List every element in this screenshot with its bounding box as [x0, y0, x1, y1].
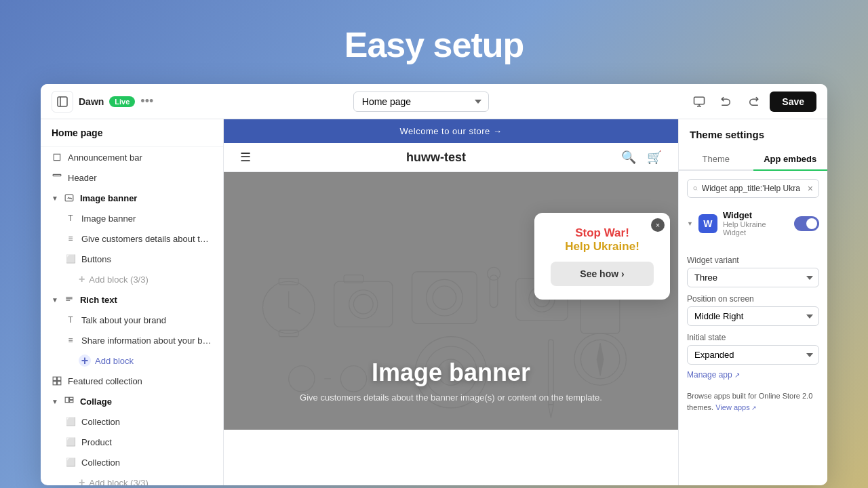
svg-line-21 [289, 308, 300, 314]
sidebar-item-announcement[interactable]: Announcement bar [41, 147, 223, 167]
banner-title: Image banner [300, 359, 602, 387]
svg-rect-11 [58, 377, 61, 380]
cart-nav-icon[interactable]: 🛒 [647, 150, 662, 165]
svg-marker-41 [549, 405, 554, 418]
widget-close-button[interactable]: × [651, 218, 665, 232]
banner-area: Image banner Give customers details abou… [224, 172, 678, 430]
app-window: Dawn Live ••• Home page About Contact [41, 84, 827, 485]
widget-toggle[interactable] [794, 216, 819, 231]
svg-rect-5 [53, 174, 61, 176]
sidebar-label: Collection [81, 417, 120, 427]
add-block-collage[interactable]: + Add block (3/3) [41, 472, 223, 485]
widget-expand-icon[interactable]: ▼ [687, 220, 693, 227]
add-block-rich-text[interactable]: + Add block [41, 350, 223, 371]
svg-rect-0 [58, 97, 67, 106]
sidebar-label: Give customers details about t… [81, 234, 209, 244]
more-options-button[interactable]: ••• [140, 94, 153, 108]
save-button[interactable]: Save [770, 92, 816, 112]
collage-item-icon: ⬜ [65, 457, 76, 468]
page-selector[interactable]: Home page About Contact [353, 92, 489, 112]
store-back-icon[interactable] [52, 91, 73, 113]
redo-button[interactable] [743, 91, 764, 113]
add-block-label: Add block [95, 356, 134, 366]
widget-popup: × Stop War! Help Ukraine! See how › [534, 213, 670, 300]
add-block-label: Add block (3/3) [89, 478, 148, 486]
sidebar-item-image-banner-block[interactable]: T Image banner [41, 208, 223, 228]
top-bar-right: Save [688, 91, 816, 113]
sidebar-item-product[interactable]: ⬜ Product [41, 432, 223, 452]
browse-text: Browse apps built for Online Store 2.0 t… [679, 385, 827, 418]
announcement-icon [52, 152, 62, 163]
add-block-image-banner[interactable]: + Add block (3/3) [41, 269, 223, 289]
widget-info: Widget Help Ukraine Widget [723, 210, 789, 237]
plus-icon: + [79, 354, 91, 367]
image-banner-icon [64, 192, 75, 203]
banner-text-overlay: Image banner Give customers details abou… [300, 359, 602, 403]
top-bar-center: Home page About Contact [161, 92, 680, 112]
sidebar-item-collection-2[interactable]: ⬜ Collection [41, 452, 223, 472]
desktop-view-button[interactable] [688, 91, 710, 113]
collapse-arrow-icon: ▼ [52, 398, 58, 405]
nav-store-name: huww-test [251, 150, 621, 165]
svg-rect-16 [69, 401, 73, 403]
position-on-screen-select[interactable]: Top LeftTop RightMiddle LeftMiddle Right… [687, 306, 819, 326]
sidebar-label: Announcement bar [68, 152, 142, 163]
store-nav: ☰ huww-test 🔍 🛒 [224, 143, 678, 172]
sidebar-label: Header [68, 173, 97, 183]
widget-see-how-button[interactable]: See how › [551, 262, 654, 286]
plus-icon: + [79, 476, 85, 485]
sidebar-label: Rich text [80, 295, 117, 305]
search-input[interactable] [702, 184, 804, 193]
widget-variant-select[interactable]: OneTwoThreeFour [687, 268, 819, 287]
sidebar-item-collage[interactable]: ▼ Collage [41, 391, 223, 411]
right-panel: Theme settings Theme App embeds × ▼ W Wi… [678, 119, 827, 485]
widget-sub: Help Ukraine Widget [723, 220, 789, 237]
sidebar-header: Home page [41, 119, 223, 147]
collage-item-icon: ⬜ [65, 416, 76, 427]
sidebar-item-image-banner-desc[interactable]: ≡ Give customers details about t… [41, 228, 223, 249]
main-content: Home page Announcement bar Header ▼ [41, 119, 827, 485]
search-clear-button[interactable]: × [808, 183, 813, 194]
search-nav-icon[interactable]: 🔍 [621, 150, 636, 165]
sidebar-item-share[interactable]: ≡ Share information about your b… [41, 330, 223, 350]
header-icon [52, 172, 62, 183]
svg-rect-15 [69, 397, 73, 400]
svg-rect-13 [58, 382, 61, 385]
sidebar-label: Product [81, 437, 112, 447]
position-on-screen-label: Position on screen [687, 294, 819, 304]
widget-name: Widget [723, 210, 789, 220]
widget-popup-subtitle: Help Ukraine! [551, 240, 654, 253]
collection-icon [52, 375, 62, 386]
sidebar-item-collection-1[interactable]: ⬜ Collection [41, 411, 223, 432]
live-badge: Live [109, 96, 135, 107]
search-icon [693, 184, 698, 192]
tab-app-embeds[interactable]: App embeds [753, 148, 828, 171]
sidebar-item-brand[interactable]: T Talk about your brand [41, 310, 223, 330]
widget-popup-title: Stop War! [551, 226, 654, 240]
hamburger-icon[interactable]: ☰ [240, 150, 251, 165]
sidebar-label: Share information about your b… [81, 336, 212, 346]
undo-button[interactable] [715, 91, 737, 113]
manage-app-link[interactable]: Manage app [687, 370, 819, 380]
sidebar-item-header[interactable]: Header [41, 167, 223, 188]
tab-theme[interactable]: Theme [679, 148, 753, 171]
collage-icon [64, 396, 75, 407]
sidebar-item-rich-text[interactable]: ▼ Rich text [41, 289, 223, 310]
collapse-arrow-icon: ▼ [52, 195, 58, 202]
collapse-arrow-icon: ▼ [52, 296, 58, 304]
initial-state-select[interactable]: CollapsedExpanded [687, 345, 819, 365]
initial-state-label: Initial state [687, 333, 819, 342]
sidebar-item-featured-collection[interactable]: Featured collection [41, 371, 223, 391]
sidebar-label: Buttons [81, 254, 111, 264]
text-icon: T [65, 314, 76, 325]
banner-subtitle: Give customers details about the banner … [300, 392, 602, 403]
sidebar-label: Image banner [81, 214, 136, 224]
svg-point-28 [433, 286, 456, 309]
svg-point-47 [694, 186, 697, 190]
view-apps-link[interactable]: View apps [715, 403, 757, 411]
sidebar-item-image-banner[interactable]: ▼ Image banner [41, 188, 223, 208]
add-block-label: Add block (3/3) [89, 274, 148, 285]
sidebar-item-buttons[interactable]: ⬜ Buttons [41, 249, 223, 269]
nav-icons: 🔍 🛒 [621, 150, 662, 165]
svg-rect-12 [53, 382, 56, 385]
